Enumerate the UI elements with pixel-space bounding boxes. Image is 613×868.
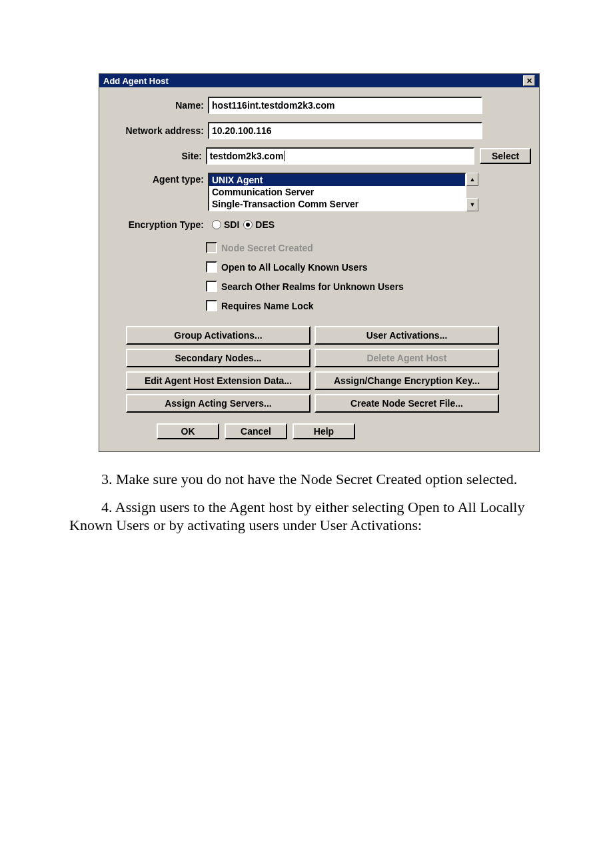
network-address-input[interactable]: 10.20.100.116 [208, 122, 482, 139]
dialog-title: Add Agent Host [103, 76, 169, 86]
checkbox-name-lock-label: Requires Name Lock [221, 301, 314, 311]
radio-sdi[interactable] [212, 220, 221, 229]
checkbox-open-all[interactable] [206, 261, 217, 273]
name-label: Name: [107, 100, 208, 111]
assign-encryption-key-button[interactable]: Assign/Change Encryption Key... [314, 371, 499, 390]
agent-type-option-single-trans[interactable]: Single-Transaction Comm Server [209, 198, 465, 210]
agent-type-option-commserver[interactable]: Communication Server [209, 186, 465, 198]
group-activations-button[interactable]: Group Activations... [126, 326, 310, 345]
delete-agent-host-button[interactable]: Delete Agent Host [314, 349, 499, 367]
paragraph-step-4: 4. Assign users to the Agent host by eit… [0, 499, 613, 534]
paragraph-step-3: 3. Make sure you do not have the Node Se… [0, 471, 613, 488]
close-icon[interactable]: ✕ [523, 75, 535, 86]
checkbox-node-secret-label: Node Secret Created [221, 243, 313, 253]
agent-type-option-unix[interactable]: UNIX Agent [209, 174, 465, 186]
scroll-up-icon[interactable]: ▲ [466, 173, 478, 186]
encryption-type-group: SDI DES [208, 219, 275, 230]
site-label: Site: [107, 151, 206, 161]
checkbox-name-lock[interactable] [206, 300, 217, 311]
checkbox-search-other[interactable] [206, 281, 217, 292]
create-node-secret-button[interactable]: Create Node Secret File... [314, 394, 499, 413]
cancel-button[interactable]: Cancel [225, 423, 287, 439]
radio-sdi-label: SDI [224, 219, 239, 230]
scroll-down-icon[interactable]: ▼ [466, 198, 478, 211]
select-button[interactable]: Select [480, 148, 531, 164]
dialog-titlebar: Add Agent Host ✕ [99, 74, 539, 87]
name-input[interactable]: host116int.testdom2k3.com [208, 97, 482, 114]
edit-extension-data-button[interactable]: Edit Agent Host Extension Data... [126, 371, 310, 390]
checkbox-search-other-label: Search Other Realms for Unknown Users [221, 281, 404, 292]
user-activations-button[interactable]: User Activations... [314, 326, 499, 345]
ok-button[interactable]: OK [157, 423, 219, 439]
site-input[interactable]: testdom2k3.com [206, 147, 474, 165]
assign-acting-servers-button[interactable]: Assign Acting Servers... [126, 394, 310, 413]
encryption-type-label: Encryption Type: [107, 219, 208, 230]
checkbox-node-secret [206, 242, 217, 253]
radio-des-label: DES [255, 219, 275, 230]
checkbox-open-all-label: Open to All Locally Known Users [221, 262, 368, 273]
listbox-scrollbar[interactable]: ▲ ▼ [466, 173, 477, 211]
help-button[interactable]: Help [293, 423, 355, 439]
agent-type-label: Agent type: [107, 173, 208, 185]
radio-des[interactable] [243, 220, 253, 229]
network-address-label: Network address: [107, 125, 208, 136]
add-agent-host-dialog: Add Agent Host ✕ Name: host116int.testdo… [99, 73, 540, 452]
secondary-nodes-button[interactable]: Secondary Nodes... [126, 349, 310, 367]
agent-type-listbox[interactable]: UNIX Agent Communication Server Single-T… [208, 173, 466, 211]
